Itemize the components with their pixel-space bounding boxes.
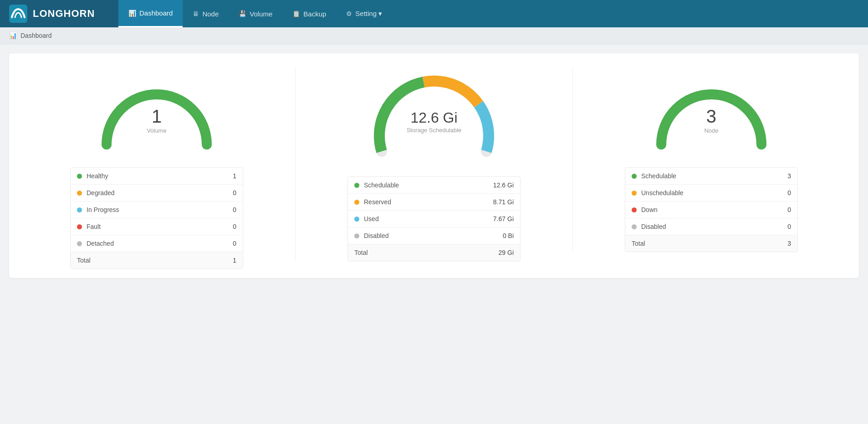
breadcrumb: 📊 Dashboard (0, 27, 868, 44)
disabled-dot (354, 233, 359, 238)
degraded-label: Degraded (87, 189, 214, 196)
legend-row: Degraded 0 (71, 185, 243, 202)
used-label: Used (364, 215, 491, 222)
down-value: 0 (768, 206, 791, 213)
volume-gauge: 1 Volume (93, 67, 220, 158)
storage-total-value: 29 Gi (491, 249, 514, 256)
legend-row: Disabled 0 Bi (348, 228, 520, 244)
storage-total-label: Total (354, 249, 491, 256)
nav: 📊 Dashboard 🖥 Node 💾 Volume 📋 Backup ⚙ S… (118, 0, 392, 27)
legend-row: Schedulable 12.6 Gi (348, 177, 520, 194)
legend-row: Disabled 0 (625, 218, 797, 235)
schedulable-label: Schedulable (364, 181, 491, 189)
fault-dot (77, 224, 82, 229)
logo-text: LONGHORN (33, 8, 95, 20)
panels-row: 1 Volume Healthy 1 Degraded 0 (18, 67, 850, 269)
legend-row: Detached 0 (71, 235, 243, 252)
unschedulable-label: Unschedulable (641, 189, 768, 196)
volume-legend: Healthy 1 Degraded 0 In Progress 0 (70, 167, 243, 269)
detached-dot (77, 241, 82, 246)
nav-node[interactable]: 🖥 Node (183, 0, 229, 27)
node-disabled-label: Disabled (641, 223, 768, 230)
nav-dashboard[interactable]: 📊 Dashboard (118, 0, 183, 27)
volume-total-value: 1 (214, 257, 236, 264)
inprogress-value: 0 (214, 206, 236, 213)
node-total-value: 3 (768, 240, 791, 247)
inprogress-label: In Progress (87, 206, 214, 213)
legend-row: Reserved 8.71 Gi (348, 194, 520, 211)
breadcrumb-text: Dashboard (20, 32, 52, 39)
storage-center-text: 12.6 Gi Storage Schedulable (407, 110, 462, 134)
node-icon: 🖥 (193, 10, 199, 17)
node-panel: 3 Node Schedulable 3 Unschedulable 0 (572, 67, 850, 252)
legend-row: Down 0 (625, 202, 797, 218)
down-dot (632, 207, 637, 212)
svg-rect-0 (9, 5, 27, 23)
node-center-text: 3 Node (704, 107, 718, 134)
reserved-label: Reserved (364, 198, 491, 206)
backup-icon: 📋 (292, 10, 300, 17)
used-value: 7.67 Gi (491, 215, 514, 222)
longhorn-logo-icon (9, 5, 27, 23)
unschedulable-dot (632, 191, 637, 196)
disabled-label: Disabled (364, 232, 491, 239)
volume-value: 1 (147, 107, 166, 125)
healthy-dot (77, 174, 82, 179)
logo-area: LONGHORN (0, 0, 118, 27)
storage-legend: Schedulable 12.6 Gi Reserved 8.71 Gi Use… (347, 176, 521, 261)
node-schedulable-value: 3 (768, 172, 791, 180)
legend-row: Used 7.67 Gi (348, 211, 520, 228)
storage-total-row: Total 29 Gi (348, 244, 520, 261)
reserved-dot (354, 200, 359, 205)
node-legend: Schedulable 3 Unschedulable 0 Down 0 (625, 167, 798, 252)
storage-panel: 12.6 Gi Storage Schedulable Schedulable … (295, 67, 572, 261)
degraded-dot (77, 191, 82, 196)
schedulable-value: 12.6 Gi (491, 181, 514, 189)
unschedulable-value: 0 (768, 189, 791, 196)
healthy-label: Healthy (87, 172, 214, 180)
volume-total-row: Total 1 (71, 252, 243, 269)
storage-gauge: 12.6 Gi Storage Schedulable (366, 67, 502, 167)
legend-row: Healthy 1 (71, 168, 243, 185)
legend-row: Fault 0 (71, 218, 243, 235)
nav-setting[interactable]: ⚙ Setting ▾ (336, 0, 392, 27)
volume-label: Volume (147, 127, 166, 134)
legend-row: In Progress 0 (71, 202, 243, 218)
healthy-value: 1 (214, 172, 236, 180)
node-total-label: Total (632, 240, 768, 247)
node-total-row: Total 3 (625, 235, 797, 252)
inprogress-dot (77, 207, 82, 212)
node-schedulable-label: Schedulable (641, 172, 768, 180)
storage-value: 12.6 Gi (407, 110, 462, 125)
fault-label: Fault (87, 223, 214, 230)
storage-label: Storage Schedulable (407, 127, 462, 134)
node-value: 3 (704, 107, 718, 125)
node-disabled-dot (632, 224, 637, 229)
volume-center-text: 1 Volume (147, 107, 166, 134)
setting-icon: ⚙ (346, 10, 352, 17)
fault-value: 0 (214, 223, 236, 230)
disabled-value: 0 Bi (491, 232, 514, 239)
reserved-value: 8.71 Gi (491, 198, 514, 206)
detached-label: Detached (87, 240, 214, 247)
node-gauge: 3 Node (648, 67, 775, 158)
down-label: Down (641, 206, 768, 213)
header: LONGHORN 📊 Dashboard 🖥 Node 💾 Volume 📋 B… (0, 0, 868, 27)
used-dot (354, 217, 359, 222)
nav-backup[interactable]: 📋 Backup (282, 0, 336, 27)
volume-icon: 💾 (239, 10, 246, 17)
main-content: 1 Volume Healthy 1 Degraded 0 (0, 44, 868, 287)
node-label: Node (704, 127, 718, 134)
breadcrumb-icon: 📊 (9, 32, 17, 39)
volume-panel: 1 Volume Healthy 1 Degraded 0 (18, 67, 295, 269)
legend-row: Schedulable 3 (625, 168, 797, 185)
degraded-value: 0 (214, 189, 236, 196)
nav-volume[interactable]: 💾 Volume (229, 0, 282, 27)
schedulable-dot (354, 183, 359, 188)
volume-total-label: Total (77, 257, 214, 264)
dashboard-card: 1 Volume Healthy 1 Degraded 0 (9, 53, 859, 278)
node-disabled-value: 0 (768, 223, 791, 230)
node-schedulable-dot (632, 174, 637, 179)
dashboard-icon: 📊 (128, 10, 136, 17)
detached-value: 0 (214, 240, 236, 247)
